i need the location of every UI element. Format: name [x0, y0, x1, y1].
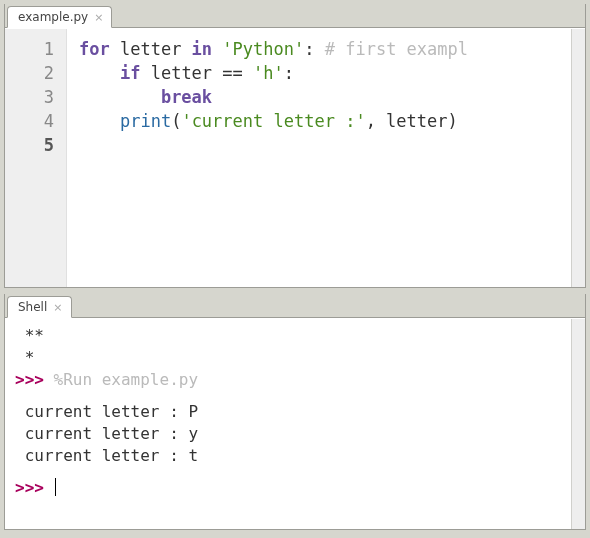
cursor	[55, 478, 56, 496]
line-number: 1	[5, 37, 54, 61]
line-number: 5	[5, 133, 54, 157]
editor-scrollbar[interactable]	[571, 29, 585, 287]
shell-output[interactable]: ** *>>> %Run example.py current letter :…	[5, 319, 571, 529]
token-kw: if	[120, 63, 140, 83]
shell-tab[interactable]: Shell ×	[7, 296, 72, 318]
code-line[interactable]: for letter in 'Python': # first exampl	[79, 37, 571, 61]
shell-line: current letter : P	[15, 401, 571, 423]
shell-input-line[interactable]: >>>	[15, 477, 571, 499]
editor-pane: example.py × 12345 for letter in 'Python…	[4, 4, 586, 288]
token-op: (	[171, 111, 181, 131]
token-op: :	[304, 39, 324, 59]
editor-body: 12345 for letter in 'Python': # first ex…	[5, 29, 585, 287]
token-str: 'current letter :'	[181, 111, 365, 131]
editor-tabstrip: example.py ×	[5, 4, 585, 28]
token-op: , letter)	[366, 111, 458, 131]
token-op: letter	[110, 39, 192, 59]
code-line[interactable]: print('current letter :', letter)	[79, 109, 571, 133]
token-str: 'Python'	[222, 39, 304, 59]
token-kw: for	[79, 39, 110, 59]
token-op	[79, 63, 120, 83]
close-icon[interactable]: ×	[94, 12, 103, 23]
line-number: 2	[5, 61, 54, 85]
line-number: 4	[5, 109, 54, 133]
shell-prompt: >>>	[15, 478, 54, 497]
line-number-gutter: 12345	[5, 29, 67, 287]
shell-line: current letter : y	[15, 423, 571, 445]
close-icon[interactable]: ×	[53, 302, 62, 313]
shell-line: *	[15, 347, 571, 369]
editor-tab[interactable]: example.py ×	[7, 6, 112, 28]
token-kw: in	[192, 39, 212, 59]
token-comment: # first exampl	[325, 39, 468, 59]
shell-line: current letter : t	[15, 445, 571, 467]
token-op: letter ==	[140, 63, 253, 83]
code-line[interactable]: if letter == 'h':	[79, 61, 571, 85]
token-op	[212, 39, 222, 59]
shell-command: %Run example.py	[54, 370, 199, 389]
code-area[interactable]: for letter in 'Python': # first exampl i…	[67, 29, 571, 287]
code-line[interactable]: break	[79, 85, 571, 109]
shell-tabstrip: Shell ×	[5, 294, 585, 318]
token-kw: break	[161, 87, 212, 107]
line-number: 3	[5, 85, 54, 109]
shell-line	[15, 391, 571, 401]
shell-body: ** *>>> %Run example.py current letter :…	[5, 319, 585, 529]
token-str: 'h'	[253, 63, 284, 83]
shell-scrollbar[interactable]	[571, 319, 585, 529]
shell-pane: Shell × ** *>>> %Run example.py current …	[4, 294, 586, 530]
shell-tab-label: Shell	[18, 300, 47, 314]
token-builtin: print	[120, 111, 171, 131]
token-op: :	[284, 63, 294, 83]
shell-line: **	[15, 325, 571, 347]
token-op	[79, 87, 161, 107]
shell-line	[15, 467, 571, 477]
shell-line: >>> %Run example.py	[15, 369, 571, 391]
editor-tab-label: example.py	[18, 10, 88, 24]
token-op	[79, 111, 120, 131]
